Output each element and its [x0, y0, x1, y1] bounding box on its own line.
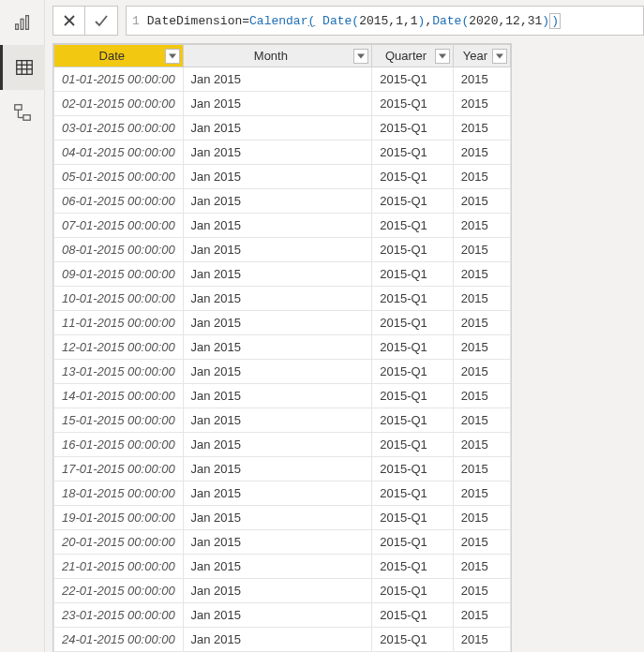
table-row[interactable]: 11-01-2015 00:00:00Jan 20152015-Q12015 [54, 311, 511, 335]
table-cell[interactable]: 2015-Q1 [372, 67, 454, 92]
table-cell[interactable]: Jan 2015 [183, 603, 372, 628]
table-row[interactable]: 13-01-2015 00:00:00Jan 20152015-Q12015 [54, 360, 511, 384]
table-cell[interactable]: 2015-Q1 [372, 92, 454, 116]
table-cell[interactable]: 2015-Q1 [372, 603, 454, 628]
table-cell[interactable]: 12-01-2015 00:00:00 [54, 335, 184, 360]
table-cell[interactable]: 04-01-2015 00:00:00 [54, 141, 184, 165]
table-cell[interactable]: 2015-Q1 [372, 287, 454, 311]
table-cell[interactable]: 2015 [453, 408, 510, 433]
table-cell[interactable]: 21-01-2015 00:00:00 [54, 555, 184, 579]
column-filter-button[interactable] [492, 49, 507, 64]
table-cell[interactable]: 2015-Q1 [372, 482, 454, 506]
table-row[interactable]: 19-01-2015 00:00:00Jan 20152015-Q12015 [54, 506, 511, 530]
table-cell[interactable]: Jan 2015 [183, 92, 372, 116]
table-row[interactable]: 06-01-2015 00:00:00Jan 20152015-Q12015 [54, 189, 511, 214]
table-cell[interactable]: Jan 2015 [183, 214, 372, 238]
table-cell[interactable]: 2015-Q1 [372, 384, 454, 408]
table-row[interactable]: 09-01-2015 00:00:00Jan 20152015-Q12015 [54, 262, 511, 287]
table-cell[interactable]: 06-01-2015 00:00:00 [54, 189, 184, 214]
table-cell[interactable]: 23-01-2015 00:00:00 [54, 603, 184, 628]
table-cell[interactable]: 2015-Q1 [372, 579, 454, 603]
table-cell[interactable]: 2015 [453, 530, 510, 555]
table-cell[interactable]: Jan 2015 [183, 433, 372, 457]
table-cell[interactable]: 2015-Q1 [372, 116, 454, 141]
table-cell[interactable]: Jan 2015 [183, 628, 372, 652]
table-cell[interactable]: 2015 [453, 92, 510, 116]
table-cell[interactable]: 15-01-2015 00:00:00 [54, 408, 184, 433]
table-cell[interactable]: 2015 [453, 116, 510, 141]
table-cell[interactable]: 2015 [453, 165, 510, 189]
table-cell[interactable]: Jan 2015 [183, 360, 372, 384]
table-cell[interactable]: 05-01-2015 00:00:00 [54, 165, 184, 189]
table-cell[interactable]: Jan 2015 [183, 141, 372, 165]
table-cell[interactable]: 2015-Q1 [372, 457, 454, 482]
table-row[interactable]: 14-01-2015 00:00:00Jan 20152015-Q12015 [54, 384, 511, 408]
table-cell[interactable]: 08-01-2015 00:00:00 [54, 238, 184, 262]
table-row[interactable]: 16-01-2015 00:00:00Jan 20152015-Q12015 [54, 433, 511, 457]
table-cell[interactable]: 2015 [453, 141, 510, 165]
column-header-year[interactable]: Year [453, 45, 510, 67]
table-cell[interactable]: 01-01-2015 00:00:00 [54, 67, 184, 92]
table-cell[interactable]: Jan 2015 [183, 482, 372, 506]
table-cell[interactable]: 18-01-2015 00:00:00 [54, 482, 184, 506]
table-cell[interactable]: 2015-Q1 [372, 335, 454, 360]
column-filter-button[interactable] [165, 49, 180, 64]
table-cell[interactable]: 2015-Q1 [372, 141, 454, 165]
table-row[interactable]: 15-01-2015 00:00:00Jan 20152015-Q12015 [54, 408, 511, 433]
table-cell[interactable]: Jan 2015 [183, 457, 372, 482]
table-cell[interactable]: 24-01-2015 00:00:00 [54, 628, 184, 652]
table-cell[interactable]: Jan 2015 [183, 384, 372, 408]
table-cell[interactable]: Jan 2015 [183, 287, 372, 311]
formula-bar[interactable]: 1 DateDimension = Calendar( Date(2015, 1… [126, 6, 644, 36]
table-row[interactable]: 08-01-2015 00:00:00Jan 20152015-Q12015 [54, 238, 511, 262]
table-cell[interactable]: 14-01-2015 00:00:00 [54, 384, 184, 408]
table-row[interactable]: 20-01-2015 00:00:00Jan 20152015-Q12015 [54, 530, 511, 555]
column-filter-button[interactable] [353, 49, 368, 64]
table-row[interactable]: 02-01-2015 00:00:00Jan 20152015-Q12015 [54, 92, 511, 116]
table-row[interactable]: 12-01-2015 00:00:00Jan 20152015-Q12015 [54, 335, 511, 360]
table-cell[interactable]: 2015 [453, 360, 510, 384]
table-row[interactable]: 22-01-2015 00:00:00Jan 20152015-Q12015 [54, 579, 511, 603]
table-cell[interactable]: 09-01-2015 00:00:00 [54, 262, 184, 287]
table-cell[interactable]: 10-01-2015 00:00:00 [54, 287, 184, 311]
column-header-date[interactable]: Date [54, 45, 184, 67]
table-cell[interactable]: 2015 [453, 628, 510, 652]
table-cell[interactable]: 2015 [453, 384, 510, 408]
table-cell[interactable]: Jan 2015 [183, 67, 372, 92]
model-view-button[interactable] [0, 90, 45, 135]
table-row[interactable]: 10-01-2015 00:00:00Jan 20152015-Q12015 [54, 287, 511, 311]
table-cell[interactable]: 2015-Q1 [372, 360, 454, 384]
table-cell[interactable]: Jan 2015 [183, 555, 372, 579]
table-cell[interactable]: 03-01-2015 00:00:00 [54, 116, 184, 141]
table-cell[interactable]: 2015-Q1 [372, 628, 454, 652]
table-row[interactable]: 05-01-2015 00:00:00Jan 20152015-Q12015 [54, 165, 511, 189]
table-cell[interactable]: 2015-Q1 [372, 506, 454, 530]
commit-button[interactable] [85, 7, 117, 35]
table-cell[interactable]: 2015-Q1 [372, 165, 454, 189]
table-cell[interactable]: 2015-Q1 [372, 189, 454, 214]
table-cell[interactable]: Jan 2015 [183, 335, 372, 360]
data-view-button[interactable] [0, 45, 45, 90]
table-cell[interactable]: 2015-Q1 [372, 408, 454, 433]
table-cell[interactable]: Jan 2015 [183, 116, 372, 141]
table-cell[interactable]: 2015 [453, 579, 510, 603]
table-cell[interactable]: 16-01-2015 00:00:00 [54, 433, 184, 457]
table-row[interactable]: 24-01-2015 00:00:00Jan 20152015-Q12015 [54, 628, 511, 652]
table-cell[interactable]: 2015 [453, 457, 510, 482]
table-cell[interactable]: 2015 [453, 214, 510, 238]
table-cell[interactable]: Jan 2015 [183, 530, 372, 555]
table-cell[interactable]: 07-01-2015 00:00:00 [54, 214, 184, 238]
table-cell[interactable]: 2015 [453, 433, 510, 457]
table-cell[interactable]: 13-01-2015 00:00:00 [54, 360, 184, 384]
table-row[interactable]: 21-01-2015 00:00:00Jan 20152015-Q12015 [54, 555, 511, 579]
table-cell[interactable]: Jan 2015 [183, 408, 372, 433]
table-cell[interactable]: 20-01-2015 00:00:00 [54, 530, 184, 555]
table-cell[interactable]: 2015 [453, 335, 510, 360]
table-cell[interactable]: 2015 [453, 287, 510, 311]
table-cell[interactable]: Jan 2015 [183, 165, 372, 189]
table-cell[interactable]: 2015-Q1 [372, 530, 454, 555]
table-cell[interactable]: 2015-Q1 [372, 238, 454, 262]
table-cell[interactable]: 2015 [453, 67, 510, 92]
table-cell[interactable]: 11-01-2015 00:00:00 [54, 311, 184, 335]
table-cell[interactable]: 2015 [453, 603, 510, 628]
